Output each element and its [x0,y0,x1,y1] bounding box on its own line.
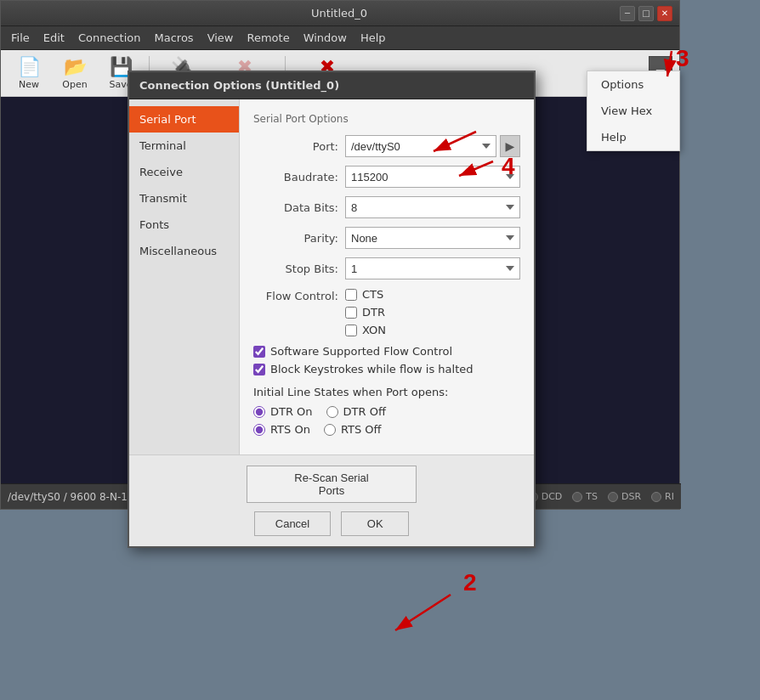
dtr-radio-group: DTR On DTR Off [253,405,520,418]
data-bits-select-wrapper: 8 [345,196,520,218]
close-button[interactable]: ✕ [657,6,672,21]
title-bar: Untitled_0 ─ □ ✕ [1,1,679,26]
rts-on-row: RTS On [253,423,310,436]
section-title: Serial Port Options [253,113,520,125]
rts-on-label: RTS On [270,423,310,436]
port-scan-button[interactable]: ▶ [500,135,520,157]
rts-radio-group: RTS On RTS Off [253,423,520,436]
port-select-wrapper: /dev/ttyS0 ▶ [345,135,520,157]
dtr-off-label: DTR Off [343,405,386,418]
dialog-main: Serial Port Terminal Receive Transmit Fo… [129,99,534,454]
parity-label: Parity: [253,232,338,245]
sidebar-miscellaneous[interactable]: Miscellaneous [129,238,239,264]
menu-remote[interactable]: Remote [241,28,297,48]
sidebar-receive[interactable]: Receive [129,159,239,185]
menu-file[interactable]: File [4,28,37,48]
indicator-dsr: DSR [608,491,641,502]
dtr-on-radio[interactable] [253,406,265,418]
maximize-button[interactable]: □ [638,6,654,21]
baudrate-row: Baudrate: 115200 [253,166,520,188]
sidebar-fonts[interactable]: Fonts [129,212,239,238]
block-keystrokes-row: Block Keystrokes while flow is halted [253,363,520,375]
dtr-on-row: DTR On [253,405,313,418]
data-bits-select[interactable]: 8 [345,196,520,218]
open-icon: 📂 [64,56,87,77]
indicator-rts-dot [572,492,582,502]
dtr-checkbox[interactable] [345,307,357,319]
menu-edit[interactable]: Edit [37,28,71,48]
dialog-footer: Re-Scan Serial Ports Cancel OK [129,454,534,546]
flow-control-label: Flow Control: [253,288,338,302]
block-keystrokes-label: Block Keystrokes while flow is halted [270,363,474,375]
flow-control-checkboxes: CTS DTR XON [345,288,386,336]
dialog-body: Serial Port Terminal Receive Transmit Fo… [129,99,534,546]
software-flow-row: Software Supported Flow Control [253,345,520,358]
dtr-checkbox-row: DTR [345,306,386,319]
parity-select[interactable]: None [345,227,520,249]
data-bits-row: Data Bits: 8 [253,196,520,218]
software-flow-checkbox[interactable] [253,346,265,358]
dropdown-view-hex[interactable]: View Hex [587,98,679,124]
menu-macros[interactable]: Macros [148,28,201,48]
indicator-rts: TS [572,491,598,502]
indicator-dsr-label: DSR [621,491,641,502]
dialog-title: Connection Options (Untitled_0) [139,79,339,92]
open-label: Open [62,79,87,90]
parity-row: Parity: None [253,227,520,249]
rts-off-label: RTS Off [341,423,382,436]
menu-window[interactable]: Window [297,28,354,48]
xon-label: XON [362,324,386,336]
cts-checkbox-row: CTS [345,288,386,301]
open-button[interactable]: 📂 Open [54,53,96,93]
dtr-label: DTR [362,306,385,319]
cts-label: CTS [362,288,383,301]
rts-off-row: RTS Off [324,423,382,436]
baudrate-select-wrapper: 115200 [345,166,520,188]
xon-checkbox[interactable] [345,325,357,336]
ok-button[interactable]: OK [341,511,409,536]
new-button[interactable]: 📄 New [8,53,50,93]
dialog-content: Serial Port Options Port: /dev/ttyS0 ▶ B… [240,99,534,454]
minimize-button[interactable]: ─ [620,6,635,21]
stop-bits-select-wrapper: 1 [345,257,520,279]
port-info: /dev/ttyS0 / 9600 8-N-1 [8,491,128,503]
menu-view[interactable]: View [201,28,241,48]
connection-options-dialog: Connection Options (Untitled_0) Serial P… [128,71,536,548]
rts-on-radio[interactable] [253,424,265,436]
xon-checkbox-row: XON [345,324,386,336]
cancel-button[interactable]: Cancel [254,511,331,536]
flow-control-section: Flow Control: CTS DTR XON [253,288,520,336]
stop-bits-row: Stop Bits: 1 [253,257,520,279]
window-title: Untitled_0 [59,7,620,20]
port-row: Port: /dev/ttyS0 ▶ [253,135,520,157]
menu-help[interactable]: Help [354,28,393,48]
sidebar-serial-port[interactable]: Serial Port [129,106,239,133]
indicator-ri: RI [651,491,674,502]
sidebar-transmit[interactable]: Transmit [129,185,239,212]
sidebar-terminal[interactable]: Terminal [129,133,239,159]
indicator-rts-label: TS [586,491,598,502]
initial-states-title: Initial Line States when Port opens: [253,386,520,398]
data-bits-label: Data Bits: [253,201,338,214]
dtr-off-row: DTR Off [326,405,386,418]
dtr-off-radio[interactable] [326,406,338,418]
dropdown-menu: Options View Hex Help [587,71,680,151]
menu-connection[interactable]: Connection [71,28,148,48]
dropdown-help[interactable]: Help [587,124,679,150]
dropdown-options[interactable]: Options [587,71,679,98]
new-icon: 📄 [18,56,41,77]
initial-states: Initial Line States when Port opens: DTR… [253,386,520,436]
cts-checkbox[interactable] [345,289,357,301]
new-label: New [19,79,39,90]
dtr-on-label: DTR On [270,405,313,418]
stop-bits-select[interactable]: 1 [345,257,520,279]
rts-off-radio[interactable] [324,424,336,436]
indicator-ri-label: RI [665,491,674,502]
dialog-action-buttons: Cancel OK [143,511,520,536]
software-flow-label: Software Supported Flow Control [270,345,452,358]
stop-bits-label: Stop Bits: [253,262,338,275]
block-keystrokes-checkbox[interactable] [253,364,265,375]
rescan-button[interactable]: Re-Scan Serial Ports [247,466,417,503]
baudrate-select[interactable]: 115200 [345,166,520,188]
port-select[interactable]: /dev/ttyS0 [345,135,496,157]
